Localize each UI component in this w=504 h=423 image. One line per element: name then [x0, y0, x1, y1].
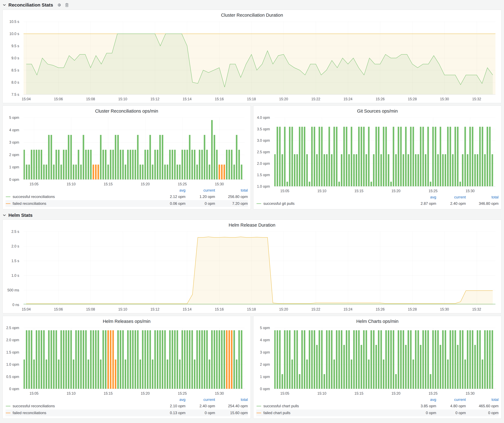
chart-helm-releases-opm[interactable]: 0 opm0.5 opm1.0 opm1.5 opm2.0 opm2.5 opm… — [5, 325, 248, 396]
y-tick-label: 1.0 opm — [6, 362, 19, 367]
panel-title-git-sources-opm[interactable]: Git Sources ops/min — [256, 107, 499, 115]
plot-canvas — [24, 232, 495, 305]
row-header-reconciliation-stats[interactable]: Reconciliation Stats — [2, 1, 502, 9]
plot-canvas — [24, 118, 245, 179]
chart-cluster-reconciliations-opm[interactable]: 0 opm1 opm2 opm3 opm4 opm5 opm15:0515:10… — [5, 115, 248, 187]
y-axis: 0 ns500 ms1.0 s1.5 s2.0 s2.5 s — [5, 232, 21, 305]
legend-header-avg[interactable]: avg — [407, 397, 436, 402]
legend-value-total: 254.40 opm — [215, 404, 248, 408]
chart-cluster-reconciliation-duration[interactable]: 7.5 s8.0 s8.5 s9.0 s9.5 s10.0 s10.5 s15:… — [5, 19, 499, 102]
y-tick-label: 1.5 opm — [257, 173, 270, 177]
legend-row-successful-reconciliations: successful reconciliations 2.12 opm 1.20… — [6, 193, 248, 200]
legend-header-total[interactable]: total — [215, 188, 248, 193]
x-axis: 15:0515:1015:1515:2015:2515:30 — [274, 389, 495, 396]
legend-label[interactable]: successful reconciliations — [13, 194, 156, 199]
x-axis: 15:0415:0615:0815:1015:1215:1415:1615:18… — [24, 95, 495, 102]
plot-canvas — [274, 328, 495, 389]
y-tick-label: 5 opm — [9, 116, 19, 120]
panel-helm-release-duration: Helm Release Duration 0 ns500 ms1.0 s1.5… — [2, 220, 502, 313]
legend-header-current[interactable]: current — [436, 195, 466, 199]
legend-header-current[interactable]: current — [186, 397, 215, 402]
legend-label[interactable]: failed chart pulls — [263, 411, 407, 415]
legend-value-avg: 0 opm — [407, 411, 436, 415]
legend-header-total[interactable]: total — [466, 195, 498, 199]
legend-row-successful-git-pulls: successful git pulls 2.87 opm 2.40 opm 3… — [256, 200, 498, 207]
legend-value-total: 7.20 opm — [215, 201, 248, 206]
y-tick-label: 1.5 opm — [6, 350, 19, 354]
x-tick-label: 15:30 — [466, 189, 475, 193]
y-tick-label: 8.5 s — [11, 68, 19, 72]
chevron-down-icon — [2, 3, 6, 7]
y-tick-label: 5 opm — [260, 326, 270, 330]
legend-header-total[interactable]: total — [215, 397, 248, 402]
panel-title-helm-charts-opm[interactable]: Helm Charts ops/min — [256, 317, 499, 325]
legend-header-avg[interactable]: avg — [156, 397, 186, 402]
legend-header-avg[interactable]: avg — [407, 195, 436, 199]
x-tick-label: 15:20 — [141, 182, 150, 186]
x-tick-label: 15:30 — [440, 307, 449, 311]
chart-helm-charts-opm[interactable]: 0 opm1 opm2 opm3 opm4 opm5 opm15:0515:10… — [256, 325, 499, 396]
chart-git-sources-opm[interactable]: 1.0 opm1.5 opm2.0 opm2.5 opm3.0 opm3.5 o… — [256, 115, 499, 194]
x-tick-label: 15:20 — [279, 307, 288, 311]
series-swatch-orange — [257, 413, 261, 413]
x-tick-label: 15:10 — [118, 97, 127, 101]
legend-header-avg[interactable]: avg — [156, 188, 186, 193]
x-tick-label: 15:15 — [354, 189, 363, 193]
legend-row-failed-reconciliations: failed reconciliations 0.06 opm 0 opm 7.… — [6, 200, 248, 207]
y-tick-label: 0 ns — [12, 303, 19, 307]
plot-area — [274, 328, 495, 389]
trash-icon[interactable] — [65, 3, 69, 7]
x-tick-label: 15:30 — [466, 391, 475, 396]
panel-title-helm-release-duration[interactable]: Helm Release Duration — [5, 221, 499, 229]
legend-row-successful-chart-pulls: successful chart pulls 3.85 opm 4.80 opm… — [256, 403, 498, 409]
legend-header-current[interactable]: current — [436, 397, 466, 402]
legend-label[interactable]: successful reconciliations — [13, 404, 156, 408]
row-title: Reconciliation Stats — [8, 2, 53, 8]
x-tick-label: 15:10 — [66, 182, 76, 186]
x-tick-label: 15:15 — [354, 391, 363, 396]
x-tick-label: 15:16 — [215, 307, 224, 311]
gear-icon[interactable] — [57, 3, 61, 7]
plot-area — [24, 22, 495, 94]
panel-git-sources-opm: Git Sources ops/min 1.0 opm1.5 opm2.0 op… — [253, 106, 502, 209]
series-swatch-green — [257, 406, 261, 406]
legend-label[interactable]: failed reconciliations — [13, 411, 156, 415]
legend-value-avg: 2.10 opm — [156, 404, 186, 408]
legend-value-current: 2.40 opm — [186, 404, 215, 408]
legend-header-total[interactable]: total — [466, 397, 498, 402]
x-tick-label: 15:28 — [408, 307, 417, 311]
series-successful-reconciliations — [24, 120, 242, 179]
panel-title-helm-releases-opm[interactable]: Helm Releases ops/min — [5, 317, 248, 325]
dashboard: Reconciliation Stats Cluster Reconciliat… — [0, 0, 504, 420]
legend-row-failed-reconciliations: failed reconciliations 0.13 opm 0 opm 15… — [6, 409, 248, 416]
legend-header-current[interactable]: current — [186, 188, 215, 193]
row-header-helm-stats[interactable]: Helm Stats — [2, 211, 502, 219]
legend-helm-charts: avg current total successful chart pulls… — [256, 396, 499, 417]
series-swatch-orange — [6, 413, 11, 413]
panel-title-cluster-reconciliations-opm[interactable]: Cluster Reconciliations ops/min — [5, 107, 248, 115]
legend-header-row: avg current total — [6, 397, 248, 403]
y-tick-label: 2 opm — [9, 153, 19, 157]
legend-value-total: 0 opm — [466, 411, 498, 415]
y-tick-label: 8.0 s — [11, 80, 19, 85]
plot-area — [274, 118, 495, 186]
legend-value-avg: 2.12 opm — [156, 194, 186, 199]
y-axis: 0 opm1 opm2 opm3 opm4 opm5 opm — [5, 118, 21, 180]
legend-value-avg: 2.87 opm — [407, 201, 436, 206]
x-axis: 15:0515:1015:1515:2015:2515:30 — [274, 187, 495, 194]
y-tick-label: 0 opm — [260, 387, 270, 391]
y-tick-label: 3.0 opm — [257, 138, 270, 143]
legend-value-current: 1.20 opm — [186, 194, 215, 199]
legend-label[interactable]: failed reconciliations — [13, 201, 156, 206]
x-tick-label: 15:05 — [280, 189, 289, 193]
legend-label[interactable]: successful chart pulls — [263, 404, 407, 408]
legend-header-row: avg current total — [6, 187, 248, 193]
panel-title-cluster-reconciliation-duration[interactable]: Cluster Reconciliation Duration — [5, 11, 499, 19]
panel-cluster-reconciliation-duration: Cluster Reconciliation Duration 7.5 s8.0… — [2, 10, 502, 103]
legend-label[interactable]: successful git pulls — [263, 201, 407, 206]
chart-helm-release-duration[interactable]: 0 ns500 ms1.0 s1.5 s2.0 s2.5 s15:0415:06… — [5, 229, 499, 312]
legend-value-current: 2.40 opm — [436, 201, 466, 206]
legend-row-failed-chart-pulls: failed chart pulls 0 opm 0 opm 0 opm — [256, 409, 498, 416]
y-tick-label: 2.0 opm — [257, 161, 270, 165]
y-tick-label: 4 opm — [260, 338, 270, 342]
